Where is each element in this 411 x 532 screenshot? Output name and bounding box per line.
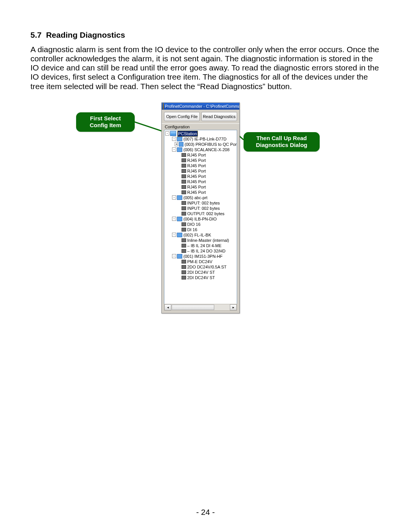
profinet-commander-window: ProfinetCommander - C:\ProfinetCommande … — [161, 102, 240, 313]
tree-item-label: 2DO DC24V/0.5A ST — [187, 264, 226, 270]
device-icon — [177, 195, 182, 200]
module-icon — [182, 222, 186, 226]
tree-item[interactable]: RJ45 Port — [164, 184, 237, 190]
tree-item-label: 2DI DC24V ST — [187, 275, 215, 280]
callout-read-diagnostics: Then Call Up Read Diagnostics Dialog — [244, 132, 320, 152]
module-icon — [182, 228, 186, 232]
module-icon — [182, 270, 186, 274]
expand-toggle-icon[interactable]: + — [175, 142, 178, 146]
tree-item-label: (002) FL-IL-BK — [183, 232, 211, 238]
scroll-left-arrow[interactable]: ◂ — [164, 304, 171, 310]
module-icon — [182, 201, 186, 205]
configuration-tree[interactable]: -PCStation-(007) IE-PB-Link-D77D+(003) P… — [164, 130, 237, 304]
tree-item[interactable]: -(005) abc-prt — [164, 195, 237, 200]
tree-item[interactable]: DIO 16 — [164, 222, 237, 227]
scroll-right-arrow[interactable]: ▸ — [230, 304, 237, 310]
expand-toggle-icon[interactable]: - — [172, 254, 176, 258]
tree-item-label: RJ45 Port — [187, 179, 206, 184]
tree-item-label: RJ45 Port — [187, 158, 206, 163]
tree-item-label: 2DI DC24V ST — [187, 270, 215, 275]
tree-item[interactable]: RJ45 Port — [164, 174, 237, 179]
tree-item[interactable]: DI 16 — [164, 227, 237, 232]
module-icon — [182, 249, 186, 253]
tree-item-label: RJ45 Port — [187, 184, 206, 190]
tree-item-label: Inline-Master (internal) — [187, 238, 229, 243]
window-title: ProfinetCommander - C:\ProfinetCommande — [165, 104, 239, 109]
tree-item-label: (004) ILB-PN-DIO — [183, 216, 217, 222]
device-icon — [179, 142, 183, 147]
tree-item[interactable]: -(006) SCALANCE-X-208 — [164, 147, 237, 152]
tree-item[interactable]: RJ45 Port — [164, 152, 237, 158]
tree-item[interactable]: 2DO DC24V/0.5A ST — [164, 264, 237, 270]
tree-item-label: OUTPUT: 002 bytes — [187, 211, 225, 216]
device-icon — [177, 254, 182, 259]
window-titlebar[interactable]: ProfinetCommander - C:\ProfinetCommande — [162, 103, 239, 110]
tree-item-label: RJ45 Port — [187, 168, 206, 174]
module-icon — [182, 153, 186, 157]
tree-item-label: (006) SCALANCE-X-208 — [183, 147, 229, 152]
tree-item[interactable]: -(007) IE-PB-Link-D77D — [164, 136, 237, 142]
tree-item[interactable]: 2DI DC24V ST — [164, 275, 237, 280]
device-icon — [177, 217, 182, 221]
expand-toggle-icon[interactable]: - — [172, 217, 176, 221]
configuration-label: Configuration — [162, 123, 239, 130]
intro-paragraph: A diagnostic alarm is sent from the IO d… — [30, 45, 381, 91]
callout-first-select: First Select Config Item — [76, 112, 135, 132]
module-icon — [182, 276, 186, 280]
tree-item-label: DI 16 — [187, 227, 197, 232]
tree-item[interactable]: INPUT: 002 bytes — [164, 206, 237, 211]
module-icon — [182, 265, 186, 269]
module-icon — [182, 260, 186, 264]
tree-item-label: RJ45 Port — [187, 190, 206, 195]
tree-item-label: – IB IL 24 DO 32/HD — [187, 248, 225, 254]
open-config-file-button[interactable]: Open Config File — [164, 112, 200, 121]
tree-root[interactable]: -PCStation — [164, 131, 237, 136]
toolbar: Open Config File Read Diagnostics — [162, 110, 239, 123]
tree-item[interactable]: RJ45 Port — [164, 190, 237, 195]
tree-item[interactable]: -(002) FL-IL-BK — [164, 232, 237, 238]
tree-item[interactable]: RJ45 Port — [164, 179, 237, 184]
tree-item[interactable]: PM-E DC24V — [164, 259, 237, 264]
device-icon — [177, 233, 182, 237]
heading-title: Reading Diagnostics — [46, 30, 125, 39]
horizontal-scrollbar[interactable]: ◂ ▸ — [164, 304, 237, 311]
tree-item-label: RJ45 Port — [187, 152, 206, 158]
tree-item-label: INPUT: 002 bytes — [187, 200, 220, 206]
tree-item[interactable]: OUTPUT: 002 bytes — [164, 211, 237, 216]
expand-toggle-icon[interactable]: - — [172, 147, 176, 152]
module-icon — [182, 174, 186, 178]
tree-item[interactable]: RJ45 Port — [164, 163, 237, 168]
module-icon — [182, 238, 186, 242]
module-icon — [182, 185, 186, 189]
scroll-track[interactable] — [215, 304, 230, 310]
read-diagnostics-button[interactable]: Read Diagnostics — [201, 112, 237, 121]
tree-item-label: (003) PROFIBUS to QC Por — [185, 142, 237, 147]
tree-item-label: (005) abc-prt — [183, 195, 207, 200]
tree-item[interactable]: -(004) ILB-PN-DIO — [164, 216, 237, 222]
module-icon — [182, 244, 186, 248]
tree-item-label: DIO 16 — [187, 222, 201, 227]
tree-item[interactable]: Inline-Master (internal) — [164, 238, 237, 243]
module-icon — [182, 169, 186, 173]
tree-item[interactable]: RJ45 Port — [164, 168, 237, 174]
device-icon — [177, 147, 182, 152]
module-icon — [182, 190, 186, 194]
tree-item[interactable]: INPUT: 002 bytes — [164, 200, 237, 206]
tree-item[interactable]: +(003) PROFIBUS to QC Por — [164, 142, 237, 147]
page-number: - 24 - — [0, 508, 411, 517]
expand-toggle-icon[interactable]: - — [172, 195, 176, 200]
tree-item-label: (007) IE-PB-Link-D77D — [183, 136, 226, 142]
app-icon — [163, 103, 164, 109]
tree-item[interactable]: 2DI DC24V ST — [164, 270, 237, 275]
module-icon — [182, 206, 186, 210]
tree-item[interactable]: – IB IL 24 DO 32/HD — [164, 248, 237, 254]
expand-toggle-icon[interactable]: - — [172, 233, 176, 237]
module-icon — [182, 164, 186, 168]
expand-toggle-icon[interactable]: - — [172, 137, 176, 141]
scroll-thumb[interactable] — [172, 305, 214, 310]
module-icon — [182, 180, 186, 184]
tree-item[interactable]: – IB IL 24 DI 4-ME — [164, 243, 237, 248]
tree-item[interactable]: RJ45 Port — [164, 158, 237, 163]
tree-item[interactable]: -(001) IM151-3PN-HF — [164, 254, 237, 259]
expand-toggle-icon[interactable]: - — [165, 131, 169, 136]
